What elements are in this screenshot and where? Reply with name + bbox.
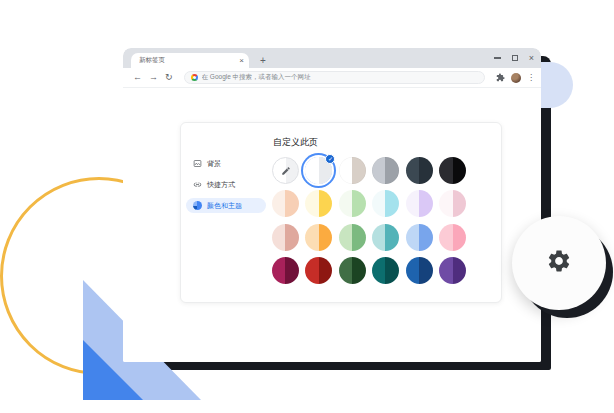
maximize-button[interactable] (512, 55, 518, 61)
reload-icon[interactable]: ↻ (165, 73, 173, 82)
browser-tab[interactable]: 新标签页 × (131, 53, 249, 68)
dialog-menu: 背景快捷方式颜色和主题 (186, 156, 266, 219)
new-tab-button[interactable]: + (257, 54, 269, 66)
browser-toolbar: ← → ↻ 在 Google 中搜索，或者输入一个网址 ⋮ (123, 68, 541, 88)
browser-window: 新标签页 × + × ← → ↻ 在 Google 中搜索，或者输入一个网址 ⋮… (123, 48, 541, 362)
color-swatch-22[interactable] (372, 257, 399, 284)
color-swatch-7[interactable] (272, 190, 299, 217)
address-placeholder: 在 Google 中搜索，或者输入一个网址 (202, 73, 311, 82)
minimize-button[interactable] (494, 57, 501, 59)
selected-check-badge: ✓ (325, 154, 335, 164)
dialog-menu-item-3[interactable]: 颜色和主题 (186, 198, 266, 213)
close-window-button[interactable]: × (529, 54, 534, 63)
dialog-title: 自定义此页 (273, 136, 318, 149)
blue-semicircle-decoration (541, 62, 573, 108)
color-swatch-8[interactable] (305, 190, 332, 217)
settings-gear-button[interactable] (512, 216, 606, 310)
color-swatch-23[interactable] (406, 257, 433, 284)
dialog-menu-label: 颜色和主题 (207, 201, 242, 211)
color-swatch-14[interactable] (305, 224, 332, 251)
color-swatch-21[interactable] (339, 257, 366, 284)
window-controls: × (494, 48, 534, 68)
color-swatch-18[interactable] (439, 224, 466, 251)
color-swatch-20[interactable] (305, 257, 332, 284)
toolbar-right-icons: ⋮ (496, 73, 535, 83)
color-swatch-2[interactable]: ✓ (305, 157, 332, 184)
dialog-menu-label: 快捷方式 (207, 180, 235, 190)
profile-avatar[interactable] (511, 73, 521, 83)
google-logo-icon (191, 74, 198, 81)
dialog-menu-label: 背景 (207, 159, 221, 169)
customize-dialog: 自定义此页 背景快捷方式颜色和主题 ✓ (180, 122, 502, 303)
color-swatch-10[interactable] (372, 190, 399, 217)
back-icon[interactable]: ← (133, 73, 142, 82)
color-swatch-16[interactable] (372, 224, 399, 251)
color-swatch-12[interactable] (439, 190, 466, 217)
color-swatch-11[interactable] (406, 190, 433, 217)
extensions-puzzle-icon[interactable] (496, 73, 505, 82)
color-swatch-3[interactable] (339, 157, 366, 184)
pencil-icon (281, 162, 291, 180)
link-icon (193, 180, 202, 189)
color-swatch-4[interactable] (372, 157, 399, 184)
dialog-menu-item-2[interactable]: 快捷方式 (186, 177, 266, 192)
custom-color-swatch[interactable] (272, 157, 299, 184)
address-bar[interactable]: 在 Google 中搜索，或者输入一个网址 (184, 71, 485, 84)
dialog-menu-item-1[interactable]: 背景 (186, 156, 266, 171)
gear-icon (546, 248, 572, 278)
tab-close-icon[interactable]: × (239, 57, 244, 65)
tab-title: 新标签页 (139, 56, 239, 65)
color-swatch-6[interactable] (439, 157, 466, 184)
image-icon (193, 159, 202, 168)
color-swatch-24[interactable] (439, 257, 466, 284)
color-swatch-15[interactable] (339, 224, 366, 251)
browser-menu-icon[interactable]: ⋮ (527, 74, 535, 82)
color-swatch-grid: ✓ (272, 157, 466, 284)
theme-icon (193, 201, 202, 210)
color-swatch-5[interactable] (406, 157, 433, 184)
color-swatch-19[interactable] (272, 257, 299, 284)
color-swatch-17[interactable] (406, 224, 433, 251)
tab-strip: 新标签页 × + × (123, 48, 541, 68)
forward-icon[interactable]: → (149, 73, 158, 82)
new-tab-page: 自定义此页 背景快捷方式颜色和主题 ✓ (123, 88, 541, 362)
color-swatch-9[interactable] (339, 190, 366, 217)
color-swatch-13[interactable] (272, 224, 299, 251)
